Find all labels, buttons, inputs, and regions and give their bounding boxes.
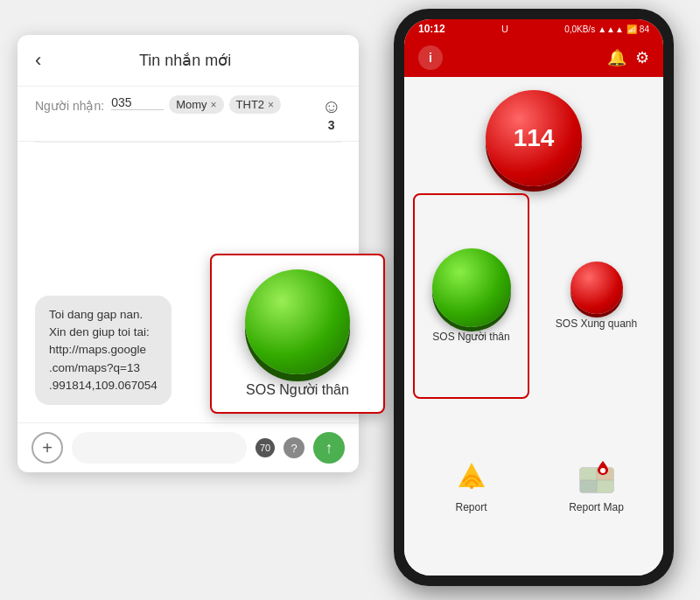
tag-tht2: THT2 × — [229, 95, 282, 114]
recipient-label: Người nhận: — [35, 95, 104, 113]
status-bar: 10:12 U 0,0KB/s ▲▲▲ 📶 84 — [404, 19, 663, 38]
person-count-wrap: ☺ 3 — [322, 95, 341, 132]
message-bubble: Toi dang gap nan.Xin den giup toi tai:ht… — [35, 296, 172, 405]
sos-xungquanh-label: SOS Xung quanh — [556, 317, 637, 330]
report-map-icon — [575, 454, 619, 498]
svg-point-1 — [470, 485, 473, 489]
status-data: 0,0KB/s — [564, 24, 595, 34]
report-label: Report — [455, 501, 486, 513]
message-text: Toi dang gap nan.Xin den giup toi tai:ht… — [49, 308, 158, 392]
app-grid: SOS Người thân SOS Xung quanh — [413, 193, 654, 567]
person-icon: ☺ — [322, 95, 341, 118]
sos-nguoithan-item[interactable]: SOS Người thân — [413, 193, 529, 399]
send-button[interactable]: ↑ — [313, 432, 345, 464]
report-map-label: Report Map — [569, 501, 624, 513]
sms-input-bar: + 70 ? ↑ — [18, 422, 359, 472]
report-icon — [450, 454, 494, 498]
phone-screen: 10:12 U 0,0KB/s ▲▲▲ 📶 84 i 🔔 ⚙ 114 — [404, 19, 663, 576]
recipient-input[interactable] — [111, 95, 164, 110]
header-right-icons: 🔔 ⚙ — [607, 48, 649, 67]
battery-level: 84 — [640, 24, 649, 34]
svg-rect-3 — [580, 468, 597, 480]
report-item[interactable]: Report — [413, 408, 529, 561]
recipient-area: Người nhận: Momy × THT2 × ☺ 3 — [18, 87, 359, 142]
sms-title: Tin nhắn mới — [55, 51, 315, 70]
wifi-status-icon: 📶 — [626, 24, 637, 34]
settings-button[interactable]: ⚙ — [635, 48, 649, 67]
svg-rect-6 — [597, 480, 613, 492]
sos-nguoithan-button[interactable] — [432, 248, 511, 327]
sos-nguoithan-label: SOS Người thân — [432, 331, 509, 343]
remove-momy-button[interactable]: × — [211, 99, 217, 111]
remove-tht2-button[interactable]: × — [268, 99, 274, 111]
char-count-badge: 70 — [256, 438, 275, 457]
recipient-tags: Momy × THT2 × — [111, 95, 314, 114]
svg-point-9 — [600, 468, 606, 473]
tag-momy: Momy × — [169, 95, 223, 114]
sos-popup: SOS Người thân — [210, 254, 385, 414]
call-114-button[interactable]: 114 — [486, 90, 582, 186]
phone-device: 10:12 U 0,0KB/s ▲▲▲ 📶 84 i 🔔 ⚙ 114 — [394, 9, 674, 586]
bell-button[interactable]: 🔔 — [607, 48, 626, 67]
app-header: i 🔔 ⚙ — [404, 38, 663, 77]
status-carrier: U — [501, 24, 508, 34]
status-time: 10:12 — [418, 23, 445, 35]
person-count: 3 — [328, 118, 335, 132]
sos-popup-label: SOS Người thân — [246, 381, 349, 398]
info-button[interactable]: i — [418, 45, 443, 70]
help-button[interactable]: ? — [284, 437, 304, 458]
sos-popup-green-button[interactable] — [245, 269, 350, 374]
report-map-item[interactable]: Report Map — [538, 408, 654, 561]
signal-icon: ▲▲▲ — [598, 24, 624, 34]
app-content: 114 SOS Người thân SOS Xung quanh — [404, 77, 663, 576]
sos-xungquanh-item[interactable]: SOS Xung quanh — [538, 193, 654, 399]
svg-rect-5 — [580, 480, 597, 492]
add-attachment-button[interactable]: + — [32, 432, 63, 464]
sos-xungquanh-button[interactable] — [570, 262, 623, 314]
back-button[interactable]: ‹ — [35, 49, 41, 72]
status-right: 0,0KB/s ▲▲▲ 📶 84 — [564, 24, 649, 34]
sms-header: ‹ Tin nhắn mới — [18, 35, 359, 87]
